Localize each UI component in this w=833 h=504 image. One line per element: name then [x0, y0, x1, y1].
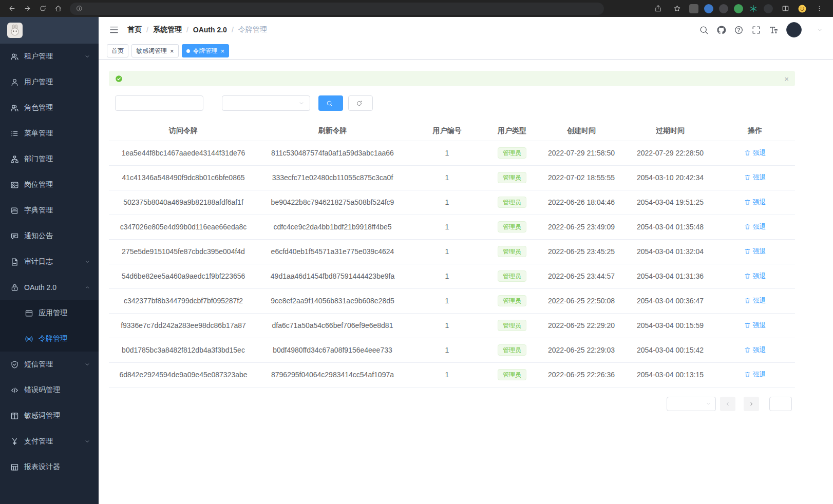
close-tab-icon[interactable]: × [170, 48, 174, 54]
fullscreen-icon[interactable] [751, 25, 761, 35]
back-icon[interactable] [5, 3, 18, 15]
font-size-icon[interactable] [769, 25, 779, 35]
sidebar-item[interactable]: 短信管理 [0, 352, 99, 377]
browser-menu-icon[interactable] [812, 3, 826, 15]
extension-icon[interactable] [689, 4, 698, 13]
goto-page-input[interactable] [769, 397, 792, 411]
next-page-button[interactable] [744, 397, 759, 411]
alert-close-icon[interactable]: × [784, 74, 789, 83]
view-tab[interactable]: 首页 [107, 44, 128, 57]
force-logout-button[interactable]: 强退 [744, 247, 766, 256]
access-token: 6d842e2924594de9a09e45e087323abe [119, 371, 247, 379]
delete-icon [744, 273, 751, 279]
sidebar-item[interactable]: 敏感词管理 [0, 403, 99, 429]
force-logout-button[interactable]: 强退 [744, 198, 766, 207]
refresh-token: 333ecfc71e02480cb11055c875c3ca0f [272, 173, 393, 182]
user-type-badge: 管理员 [498, 246, 526, 257]
profile-avatar[interactable] [798, 4, 807, 13]
delete-icon [744, 346, 751, 353]
table-row: 54d6be82ee5a460a9aedc1f9bf223656 49d1aa4… [109, 264, 795, 288]
chevron-down-icon [706, 401, 711, 406]
breadcrumb-item[interactable]: 系统管理 / [153, 25, 188, 34]
breadcrumb-item[interactable]: 令牌管理 [238, 25, 267, 34]
split-view-icon[interactable] [779, 3, 792, 15]
sidebar-item[interactable]: 租户管理 [0, 44, 99, 69]
sidebar-item[interactable]: 通知公告 [0, 223, 99, 249]
table-row: 41c41346a548490f9dc8b01c6bfe0865 333ecfc… [109, 165, 795, 190]
force-logout-button[interactable]: 强退 [744, 321, 766, 330]
create-time: 2022-07-02 18:55:55 [548, 173, 615, 182]
page-size-select[interactable] [667, 397, 716, 411]
sidebar-item[interactable]: 角色管理 [0, 95, 99, 121]
sidebar-item[interactable]: 报表设计器 [0, 454, 99, 480]
breadcrumb-item[interactable]: 首页 / [127, 25, 148, 34]
list-icon [10, 129, 19, 138]
bookmark-star-icon[interactable] [670, 3, 684, 15]
signal-icon [25, 335, 33, 343]
help-icon[interactable] [734, 25, 744, 35]
refresh-token: e6cfd40eb1f54571a31e775e039c4624 [271, 247, 394, 256]
force-logout-button[interactable]: 强退 [744, 370, 766, 379]
user-type-select[interactable] [222, 95, 310, 111]
address-bar[interactable] [70, 3, 604, 15]
chevron-icon [84, 438, 90, 444]
extension-icon[interactable] [749, 4, 758, 13]
view-tab[interactable]: 敏感词管理 × [131, 44, 179, 57]
sidebar-item[interactable]: 应用管理 [0, 300, 99, 326]
reload-icon[interactable] [36, 3, 49, 15]
sidebar-item[interactable]: 审计日志 [0, 249, 99, 275]
chevron-icon [84, 53, 90, 60]
force-logout-button[interactable]: 强退 [744, 173, 766, 182]
extension-icon[interactable] [764, 4, 773, 13]
caret-down-icon[interactable] [817, 27, 823, 33]
sidebar-item[interactable]: 令牌管理 [0, 326, 99, 352]
user-id: 1 [445, 346, 449, 354]
sidebar-item[interactable]: 用户管理 [0, 69, 99, 95]
share-icon[interactable] [651, 3, 665, 15]
table-header-row: 访问令牌 刷新令牌 用户编号 用户类型 创建时间 过期时间 操作 [109, 121, 795, 141]
column-header: 用户类型 [487, 121, 537, 141]
view-tab[interactable]: 令牌管理 × [182, 44, 230, 57]
create-time: 2022-06-25 23:44:57 [548, 272, 615, 280]
create-time: 2022-06-25 22:50:08 [548, 297, 615, 305]
expire-time: 2054-03-10 20:42:34 [637, 173, 704, 182]
user-type-badge: 管理员 [498, 270, 526, 282]
refresh-icon [356, 100, 363, 107]
search-button[interactable] [318, 95, 343, 111]
filter-form [109, 95, 795, 111]
force-logout-button[interactable]: 强退 [744, 222, 766, 231]
home-icon[interactable] [51, 3, 65, 15]
create-time: 2022-06-25 22:26:36 [548, 371, 615, 379]
collapse-sidebar-icon[interactable] [109, 25, 119, 35]
app-logo-bar[interactable] [0, 17, 99, 44]
breadcrumb-item[interactable]: OAuth 2.0 / [193, 26, 234, 34]
extension-icon[interactable] [719, 4, 728, 13]
force-logout-button[interactable]: 强退 [744, 345, 766, 355]
sidebar-item[interactable]: OAuth 2.0 [0, 275, 99, 300]
user-avatar[interactable] [786, 22, 802, 37]
access-token: 1ea5e44f8bc1467aaede43144f31de76 [122, 149, 245, 157]
success-check-icon [115, 75, 123, 83]
prev-page-button[interactable] [720, 397, 735, 411]
user-id-input[interactable] [115, 95, 203, 111]
forward-icon[interactable] [21, 3, 34, 15]
sidebar-item[interactable]: 字典管理 [0, 198, 99, 223]
extension-icon[interactable] [704, 4, 713, 13]
sidebar-item[interactable]: 岗位管理 [0, 172, 99, 198]
search-icon[interactable] [699, 25, 709, 35]
reset-button[interactable] [348, 95, 373, 111]
sidebar-item[interactable]: 菜单管理 [0, 121, 99, 146]
force-logout-button[interactable]: 强退 [744, 272, 766, 281]
sidebar-item[interactable]: 错误码管理 [0, 377, 99, 403]
sidebar-item[interactable]: 支付管理 [0, 429, 99, 454]
force-logout-button[interactable]: 强退 [744, 148, 766, 158]
doc-icon [10, 258, 19, 266]
sidebar-item[interactable]: 部门管理 [0, 146, 99, 172]
github-icon[interactable] [716, 25, 726, 35]
site-info-icon[interactable] [76, 5, 83, 12]
create-time: 2022-07-29 21:58:50 [548, 149, 615, 157]
force-logout-button[interactable]: 强退 [744, 296, 766, 305]
extension-icon[interactable] [734, 4, 743, 13]
close-tab-icon[interactable]: × [221, 48, 225, 54]
expire-time: 2054-03-04 00:36:47 [637, 297, 704, 305]
